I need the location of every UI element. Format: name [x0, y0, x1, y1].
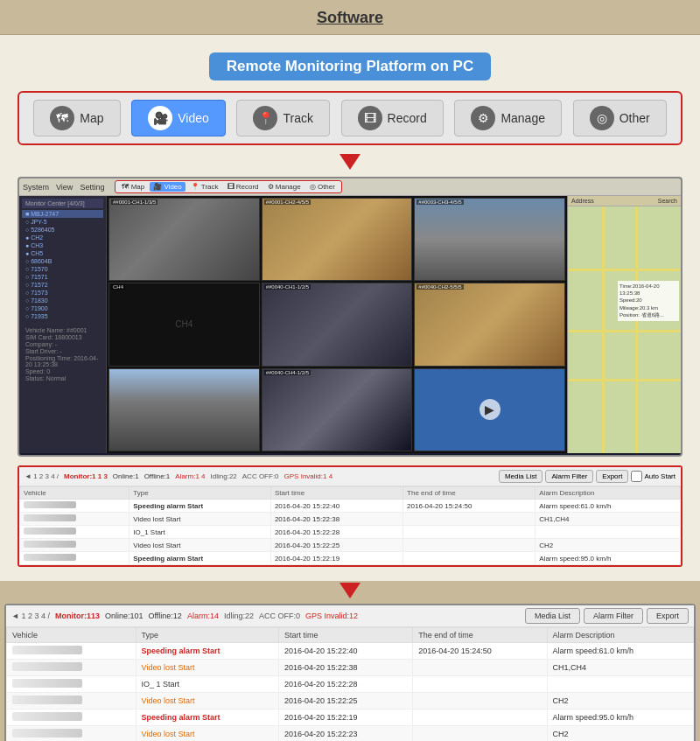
video-label: Video: [178, 111, 209, 125]
vehicle-blur: [24, 514, 76, 521]
video-label-6: ##0040-CH2-5/5/5: [416, 284, 463, 290]
large-cell-end: [413, 726, 547, 742]
cell-desc: CH2: [536, 539, 681, 552]
left-panel-item[interactable]: ○ 71935: [22, 312, 103, 320]
video-cell-6[interactable]: ##0040-CH2-5/5/5: [414, 283, 565, 366]
large-cell-start: 2016-04-20 15:22:25: [279, 693, 413, 710]
toolbar-btn-record[interactable]: 🎞 Record: [341, 100, 444, 136]
cell-desc: CH1,CH4: [536, 513, 681, 526]
screenshot-area: System View Setting 🗺 Map 🎥 Video 📍 Trac…: [18, 177, 682, 457]
left-panel-item[interactable]: ● CH2: [22, 234, 103, 241]
cell-type: IO_1 Start: [130, 526, 271, 539]
map-label: Map: [80, 111, 103, 125]
cell-vehicle: [20, 500, 130, 513]
other-label: Other: [620, 111, 650, 125]
left-panel-item[interactable]: ■ MBJ-2747: [22, 210, 103, 218]
cell-start: 2016-04-20 15:22:38: [270, 513, 402, 526]
large-cell-start: 2016-04-20 15:22:40: [279, 643, 413, 660]
mini-toolbar-btns: 🗺 Map 🎥 Video 📍 Track 🎞 Record ⚙ Manage …: [115, 180, 342, 193]
left-panel-item[interactable]: ○ 71572: [22, 281, 103, 289]
vehicle-blur: [12, 712, 82, 721]
large-export-btn[interactable]: Export: [647, 608, 689, 624]
video-cell-8[interactable]: ##0040-CH4-1/2/5: [262, 368, 413, 451]
cell-vehicle: [20, 513, 130, 526]
video-cell-7[interactable]: [108, 368, 260, 451]
video-cell-5[interactable]: ##0040-CH1-1/2/5: [262, 283, 413, 366]
large-gps-invalid: GPS Invalid:12: [305, 612, 358, 620]
large-media-list-btn[interactable]: Media List: [525, 608, 580, 624]
large-cell-desc: CH2: [547, 693, 694, 710]
large-offline: Offline:12: [149, 612, 182, 620]
cell-end: [403, 526, 536, 539]
cell-type: Speeding alarm Start: [130, 552, 271, 565]
map-road-h2: [568, 330, 681, 332]
manage-icon: ⚙: [471, 106, 495, 130]
arrow-down2-icon: [340, 583, 360, 598]
large-cell-type: IO_ 1 Start: [136, 676, 278, 693]
small-alarm-filter-btn[interactable]: Alarm Filter: [545, 470, 593, 483]
left-panel-item[interactable]: ○ JPY-5: [22, 218, 103, 226]
play-button-icon[interactable]: ▶: [480, 399, 500, 420]
mini-btn-map[interactable]: 🗺 Map: [118, 182, 148, 192]
cell-start: 2016-04-20 15:22:25: [270, 539, 402, 552]
large-cell-vehicle: [7, 693, 136, 710]
record-icon: 🎞: [358, 106, 382, 130]
large-cell-start: 2016-04-20 15:22:28: [279, 676, 413, 693]
vehicle-blur: [24, 554, 76, 561]
toolbar-btn-map[interactable]: 🗺 Map: [33, 100, 120, 136]
left-panel-item[interactable]: ● CH3: [22, 241, 103, 249]
vehicle-blur: [12, 646, 82, 654]
video-grid: ##0001-CH1-1/3/5 ##0001-CH2-4/5/5 ##0003…: [107, 196, 567, 453]
mini-menu-system[interactable]: System: [23, 183, 49, 192]
mini-btn-other[interactable]: ◎ Other: [306, 182, 339, 192]
small-media-list-btn[interactable]: Media List: [499, 470, 542, 483]
track-icon: 📍: [253, 106, 277, 130]
video-cell-2[interactable]: ##0001-CH2-4/5/5: [262, 198, 413, 281]
video-icon: 🎥: [148, 106, 172, 130]
toolbar-btn-video[interactable]: 🎥 Video: [131, 100, 226, 136]
mini-menu-view[interactable]: View: [56, 183, 73, 192]
left-panel-item[interactable]: ○ 71573: [22, 289, 103, 297]
table-row: Speeding alarm Start 2016-04-20 15:22:40…: [20, 500, 681, 513]
mini-btn-record[interactable]: 🎞 Record: [224, 182, 262, 192]
video-cell-4[interactable]: CH4 CH4: [108, 283, 260, 366]
small-export-btn[interactable]: Export: [596, 470, 628, 483]
map-icon: 🗺: [50, 106, 74, 130]
large-cell-vehicle: [7, 660, 136, 676]
table-row: Speeding alarm Start 2016-04-20 15:22:19…: [20, 552, 681, 565]
large-action-btns: Media List Alarm Filter Export: [525, 608, 689, 624]
video-cell-1[interactable]: ##0001-CH1-1/3/5: [108, 198, 260, 281]
map-info-time: Time:2016-04-20 13:25:38: [620, 283, 677, 297]
large-col-end: The end of time: [413, 628, 547, 643]
small-autostart-check[interactable]: [631, 471, 642, 482]
app-header: Software: [0, 0, 700, 35]
video-cell-3[interactable]: ##0003-CH3-4/5/5: [414, 198, 565, 281]
left-panel-item[interactable]: ○ 5286405: [22, 226, 103, 234]
table-row: Video lost Start 2016-04-20 15:22:25 CH2: [7, 693, 694, 710]
left-panel-item[interactable]: ● CH5: [22, 249, 103, 257]
left-panel-item[interactable]: ○ 71830: [22, 297, 103, 304]
mini-btn-video[interactable]: 🎥 Video: [150, 182, 186, 192]
video-cell-9[interactable]: ▶: [414, 368, 565, 451]
cell-type: Video lost Start: [130, 539, 271, 552]
left-panel-item[interactable]: ○ 71570: [22, 265, 103, 273]
right-panel: Address Search Time:2016-04-20 13:25:38 …: [567, 196, 681, 453]
table-row: Video lost Start 2016-04-20 15:22:38 CH1…: [20, 513, 681, 526]
large-alarm-filter-btn[interactable]: Alarm Filter: [584, 608, 643, 624]
toolbar-btn-other[interactable]: ◎ Other: [573, 100, 667, 136]
large-cell-vehicle: [7, 726, 136, 742]
toolbar-btn-manage[interactable]: ⚙ Manage: [454, 100, 562, 136]
left-panel-item[interactable]: ○ 71571: [22, 273, 103, 281]
left-panel-item[interactable]: ○ 68604B: [22, 257, 103, 265]
large-cell-end: [413, 693, 547, 710]
large-cell-type: Speeding alarm Start: [136, 643, 278, 660]
small-alarm-panel: ◄ 1 2 3 4 / Monitor:1 1 3 Online:1 Offli…: [18, 465, 682, 567]
mini-btn-track[interactable]: 📍 Track: [187, 182, 222, 192]
large-col-desc: Alarm Description: [547, 628, 694, 643]
left-panel-item[interactable]: ○ 71900: [22, 304, 103, 312]
toolbar-btn-track[interactable]: 📍 Track: [236, 100, 329, 136]
mini-btn-manage[interactable]: ⚙ Manage: [264, 182, 304, 192]
cell-start: 2016-04-20 15:22:19: [270, 552, 402, 565]
mini-menu-setting[interactable]: Setting: [80, 183, 104, 192]
large-alarm-left: ◄ 1 2 3 4 / Monitor:113 Online:101 Offli…: [11, 612, 358, 620]
